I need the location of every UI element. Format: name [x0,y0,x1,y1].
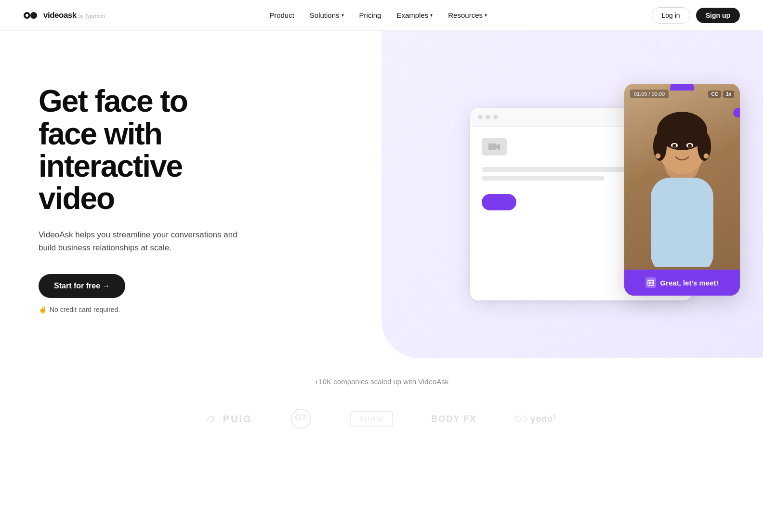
logos-label: +10K companies scaled up with VideoAsk [23,377,740,386]
nav-solutions[interactable]: Solutions ▾ [310,11,344,19]
browser-dot-2 [486,115,490,119]
wave-emoji: ✌️ [39,306,47,313]
purple-indicator [733,108,740,117]
no-credit-note: ✌️ No credit card required. [39,306,241,313]
nav-links: Product Solutions ▾ Pricing Examples ▾ R… [269,11,487,19]
navbar: videoaskby Typeform Product Solutions ▾ … [0,0,763,31]
svg-point-15 [704,154,709,158]
nav-product[interactable]: Product [269,11,294,19]
svg-point-24 [515,416,521,422]
chevron-down-icon: ▾ [430,13,433,18]
browser-dot-1 [478,115,483,119]
calendar-icon [645,277,656,288]
signup-button[interactable]: Sign up [696,8,740,23]
text-line-2 [482,176,605,181]
logo-bodyfx: BODY FX [432,414,477,424]
purple-arc [670,84,694,91]
chevron-down-icon: ▾ [342,13,344,18]
chevron-down-icon: ▾ [485,13,487,18]
nav-resources[interactable]: Resources ▾ [448,11,487,19]
svg-point-1 [26,14,28,17]
logos-section: +10K companies scaled up with VideoAsk P… [0,358,763,458]
hero-visual: 01:05 / 00:00 CC 1x [470,84,740,315]
svg-rect-3 [488,143,496,150]
cta-button[interactable]: Start for free → [39,274,125,298]
svg-text:TURO: TURO [359,415,384,423]
video-call-card: 01:05 / 00:00 CC 1x [624,84,740,296]
video-timer: 01:05 / 00:00 [630,90,669,98]
svg-point-2 [30,12,37,19]
cc-badge: CC [708,91,721,98]
logo-link[interactable]: videoaskby Typeform [23,10,105,21]
logo-wordmark: videoaskby Typeform [43,11,105,20]
svg-rect-18 [650,283,651,284]
nav-examples[interactable]: Examples ▾ [396,11,433,19]
logo-yodo1: yodo1 [515,414,556,424]
login-button[interactable]: Log in [652,7,690,24]
hero-title: Get face to face with interactive video [39,85,241,215]
logo-turo: TURO [350,411,393,427]
video-icon-placeholder [482,138,507,156]
hero-subtitle: VideoAsk helps you streamline your conve… [39,228,241,254]
browser-dot-3 [493,115,498,119]
hero-section: Get face to face with interactive video … [0,31,763,358]
1x-badge: 1x [723,91,734,98]
nav-pricing[interactable]: Pricing [359,11,382,19]
svg-rect-16 [648,280,654,285]
svg-point-13 [688,144,692,148]
svg-point-12 [672,144,676,148]
svg-point-14 [656,154,660,158]
svg-text:G2: G2 [295,413,307,422]
video-top-bar: 01:05 / 00:00 CC 1x [630,90,734,98]
svg-rect-19 [652,283,653,284]
logo-puig: PUIG [207,414,252,425]
video-badges: CC 1x [708,91,734,98]
logos-row: PUIG G2 TURO BODY FX yodo1 [23,409,740,429]
mock-cta-button [482,194,516,210]
answer-button[interactable]: Great, let's meet! [624,270,740,296]
svg-rect-17 [649,283,650,284]
logo-g2: G2 [291,409,311,429]
svg-rect-5 [651,178,713,267]
text-line-1 [482,167,641,172]
hero-content: Get face to face with interactive video … [39,85,241,313]
video-background [624,84,740,296]
nav-actions: Log in Sign up [652,7,740,24]
